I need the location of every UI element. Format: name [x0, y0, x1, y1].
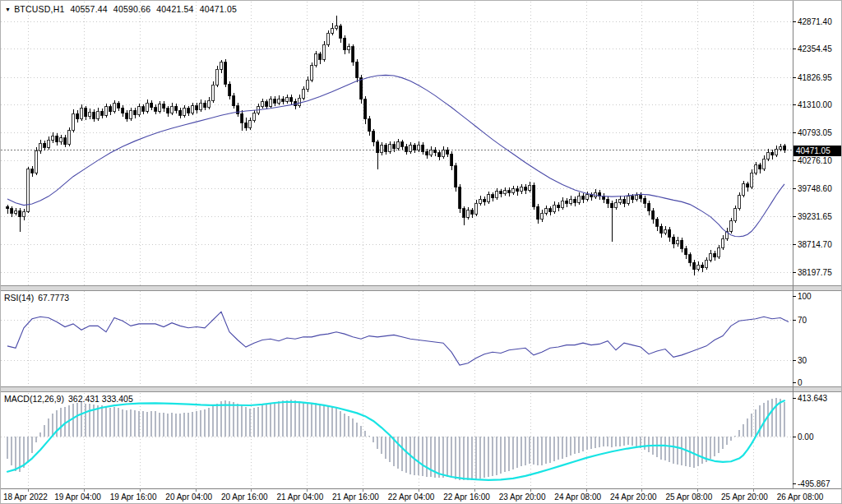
- chart-canvas: 42871.4042354.4541826.9541310.0040793.05…: [1, 1, 842, 504]
- symbol-label: BTCUSD,H1: [14, 4, 64, 14]
- rsi-chart-area[interactable]: [1, 291, 793, 386]
- rsi-indicator-label: RSI(14): [4, 293, 34, 303]
- time-axis[interactable]: [1, 488, 842, 504]
- open-value: 40557.44: [70, 4, 107, 14]
- price-rsi-splitter[interactable]: [1, 285, 842, 291]
- low-value: 40421.54: [156, 4, 193, 14]
- chart-window: 42871.4042354.4541826.9541310.0040793.05…: [0, 0, 842, 504]
- macd-header: MACD(12,26,9)362.431 333.405: [4, 394, 133, 404]
- rsi-macd-splitter[interactable]: [1, 386, 842, 392]
- rsi-header: RSI(14)67.7773: [4, 293, 69, 303]
- macd-indicator-values: 362.431 333.405: [68, 394, 133, 404]
- price-axis[interactable]: [793, 1, 842, 488]
- price-chart-area[interactable]: [1, 2, 793, 285]
- current-price-tag: 40471.05: [793, 146, 842, 156]
- close-value: 40471.05: [200, 4, 237, 14]
- symbol-header: ▼BTCUSD,H140557.4440590.6640421.5440471.…: [5, 4, 237, 14]
- rsi-indicator-value: 67.7773: [38, 293, 69, 303]
- macd-indicator-label: MACD(12,26,9): [4, 394, 64, 404]
- high-value: 40590.66: [113, 4, 150, 14]
- macd-chart-area[interactable]: [1, 392, 793, 488]
- chevron-down-icon[interactable]: ▼: [5, 7, 11, 12]
